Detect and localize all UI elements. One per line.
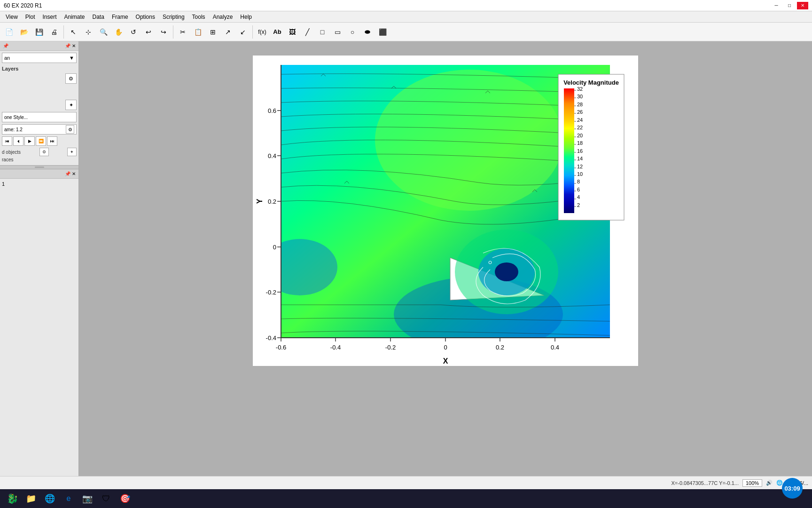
next-frame-btn[interactable]: ⏩: [36, 136, 46, 146]
panel-header-1: 📌 📌 ✕: [0, 41, 78, 51]
pointer-icon[interactable]: ↖: [66, 25, 80, 39]
layer-icons-row: ⚙: [2, 73, 77, 84]
traces-row: races: [2, 157, 77, 162]
close-button[interactable]: ✕: [797, 2, 808, 9]
svg-text:0.2: 0.2: [496, 344, 504, 351]
svg-rect-49: [564, 88, 574, 213]
menu-tools[interactable]: Tools: [188, 11, 209, 23]
save-icon[interactable]: 💾: [32, 25, 46, 39]
fit-icon[interactable]: ⊞: [206, 25, 220, 39]
menu-view[interactable]: View: [2, 11, 22, 23]
plot-canvas: -0.6 -0.4 -0.2 0 0.2 0.4 -0.4: [253, 56, 638, 366]
menu-data[interactable]: Data: [89, 11, 108, 23]
open-icon[interactable]: 📂: [17, 25, 31, 39]
image-icon[interactable]: 🖼: [285, 25, 299, 39]
left-panel: 📌 📌 ✕ an ▼ Layers ⚙ ✦: [0, 41, 79, 489]
panel-pin2-btn[interactable]: 📌: [65, 43, 70, 48]
panel2-value: 1: [2, 181, 5, 187]
start-icon[interactable]: 🐉: [4, 490, 21, 507]
explorer-icon[interactable]: 📁: [23, 490, 39, 507]
svg-text:0: 0: [273, 244, 276, 251]
select-icon[interactable]: ⊹: [81, 25, 95, 39]
rect-icon[interactable]: □: [315, 25, 329, 39]
contract-icon[interactable]: ↙: [236, 25, 250, 39]
frame-text: ame: 1.2: [4, 127, 23, 132]
panel-scroll-handle[interactable]: [0, 166, 78, 169]
minimize-button[interactable]: ─: [771, 2, 782, 9]
play-btn[interactable]: ▶: [24, 136, 35, 146]
browser-icon[interactable]: 🌐: [41, 490, 58, 507]
taskbar: 🐉 📁 🌐 e 📷 🛡 🎯: [0, 489, 812, 508]
new-icon[interactable]: 📄: [2, 25, 16, 39]
viewport-area[interactable]: -0.6 -0.4 -0.2 0 0.2 0.4 -0.4: [79, 41, 812, 489]
menu-plot[interactable]: Plot: [22, 11, 39, 23]
svg-text:16: 16: [577, 148, 583, 154]
panel-content-1: an ▼ Layers ⚙ ✦ one Style...: [0, 51, 78, 165]
game-icon[interactable]: 🎯: [117, 490, 133, 507]
ellipse-icon[interactable]: ⬬: [360, 25, 375, 39]
copy-icon[interactable]: 📋: [191, 25, 205, 39]
coords-text: X=-0.0847305...77C Y=-0.1...: [671, 480, 739, 486]
dropdown-value: an: [4, 55, 10, 61]
svg-text:0.4: 0.4: [551, 344, 559, 351]
objects-icon1[interactable]: ⚙: [39, 148, 49, 156]
zoom-badge: 100%: [742, 479, 762, 487]
last-frame-btn[interactable]: ⏭: [47, 136, 57, 146]
menu-scripting[interactable]: Scripting: [159, 11, 188, 23]
layer-add-btn[interactable]: ✦: [65, 100, 77, 110]
frame-input[interactable]: ame: 1.2 ⚙: [2, 124, 77, 135]
circle-icon[interactable]: ○: [345, 25, 359, 39]
menu-help[interactable]: Help: [236, 11, 256, 23]
svg-text:0.6: 0.6: [268, 107, 276, 114]
function-icon[interactable]: f(x): [255, 25, 269, 39]
menu-analyze[interactable]: Analyze: [209, 11, 237, 23]
panel2-pin-btn[interactable]: 📌: [65, 171, 70, 176]
zone-style-text: one Style...: [4, 115, 28, 120]
rotate-icon[interactable]: ↺: [126, 25, 141, 39]
print-icon[interactable]: 🖨: [47, 25, 61, 39]
traces-label: races: [2, 157, 13, 162]
titlebar-controls: ─ □ ✕: [771, 2, 808, 9]
svg-text:10: 10: [577, 171, 583, 177]
dropdown-arrow: ▼: [69, 55, 74, 61]
toolbar: 📄 📂 💾 🖨 ↖ ⊹ 🔍 ✋ ↺ ↩ ↪ ✂ 📋 ⊞ ↗ ↙ f(x) Ab …: [0, 23, 812, 41]
svg-text:-0.2: -0.2: [385, 344, 396, 351]
redo-icon[interactable]: ↪: [156, 25, 171, 39]
shield-icon[interactable]: 🛡: [98, 490, 115, 507]
edge-icon[interactable]: e: [60, 490, 77, 507]
panel-section-2: 📌 ✕ 1: [0, 169, 78, 489]
zoom-icon[interactable]: 🔍: [96, 25, 110, 39]
layer-dropdown[interactable]: an ▼: [2, 53, 77, 63]
zone-style-input[interactable]: one Style...: [2, 112, 77, 122]
menu-frame[interactable]: Frame: [108, 11, 132, 23]
svg-text:14: 14: [577, 156, 583, 161]
svg-text:26: 26: [577, 109, 583, 115]
box-icon[interactable]: ⬛: [375, 25, 390, 39]
expand-icon[interactable]: ↗: [221, 25, 235, 39]
cut-icon[interactable]: ✂: [176, 25, 190, 39]
pan-icon[interactable]: ✋: [111, 25, 125, 39]
objects-icon2[interactable]: ✦: [67, 148, 77, 156]
text-icon[interactable]: Ab: [270, 25, 284, 39]
photos-icon[interactable]: 📷: [79, 490, 96, 507]
layers-label: Layers: [2, 66, 77, 71]
first-frame-btn[interactable]: ⏮: [2, 136, 12, 146]
svg-text:32: 32: [577, 86, 583, 92]
menu-animate[interactable]: Animate: [61, 11, 89, 23]
menubar: View Plot Insert Animate Data Frame Opti…: [0, 11, 812, 23]
undo-icon[interactable]: ↩: [141, 25, 156, 39]
layer-settings-btn[interactable]: ⚙: [65, 73, 77, 84]
rect2-icon[interactable]: ▭: [330, 25, 344, 39]
spacer: [2, 86, 77, 100]
maximize-button[interactable]: □: [784, 2, 795, 9]
prev-frame-btn[interactable]: ⏴: [13, 136, 23, 146]
panel-pin-btn[interactable]: 📌: [3, 43, 8, 48]
menu-options[interactable]: Options: [132, 11, 159, 23]
toolbar-separator3: [252, 25, 253, 39]
menu-insert[interactable]: Insert: [39, 11, 60, 23]
panel2-close-btn[interactable]: ✕: [72, 171, 76, 176]
svg-text:-0.6: -0.6: [276, 344, 286, 351]
frame-settings-btn[interactable]: ⚙: [66, 125, 74, 134]
panel-close-btn[interactable]: ✕: [72, 43, 76, 48]
line-icon[interactable]: ╱: [300, 25, 314, 39]
